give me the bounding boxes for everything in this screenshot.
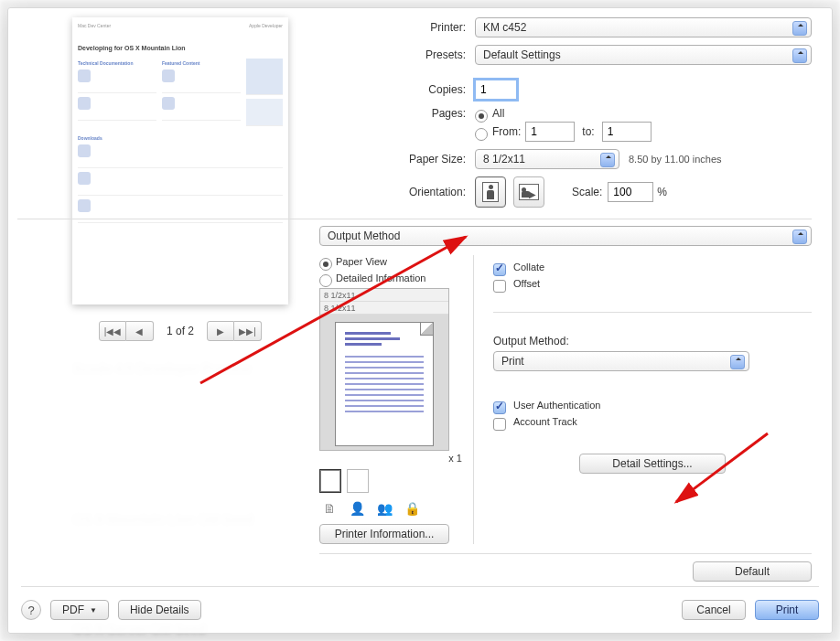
pager-first-button[interactable]: |◀◀ (99, 321, 126, 341)
output-method-sublabel: Output Method: (493, 335, 812, 347)
offset-checkbox[interactable] (493, 280, 506, 293)
default-button[interactable]: Default (693, 561, 812, 582)
copies-input[interactable] (475, 80, 517, 100)
presets-select[interactable]: Default Settings (475, 45, 812, 65)
pager-last-button[interactable]: ▶▶| (234, 321, 262, 341)
pages-to-label: to: (582, 125, 594, 138)
group-icon[interactable]: 👥 (374, 498, 394, 518)
account-track-label: Account Track (513, 416, 577, 427)
pages-to-input[interactable] (602, 122, 652, 142)
paper-view-size2: 8 1/2x11 (320, 302, 448, 315)
printer-label: Printer: (319, 21, 475, 34)
scale-input[interactable] (608, 182, 653, 202)
paper-view-label: Paper View (336, 256, 387, 267)
cancel-button[interactable]: Cancel (682, 600, 746, 620)
collate-checkbox[interactable] (493, 263, 506, 276)
paper-size-select[interactable]: 8 1/2x11 (475, 149, 619, 169)
detailed-info-radio[interactable] (319, 274, 332, 287)
hide-details-button[interactable]: Hide Details (118, 600, 201, 620)
preview-header-left: Mac Dev Center (78, 23, 111, 28)
paper-size-dimensions: 8.50 by 11.00 inches (629, 154, 722, 165)
print-dialog: Mac Dev Center Apple Developer Developin… (7, 7, 833, 634)
thumb-2[interactable] (347, 469, 369, 493)
paper-view-radio[interactable] (319, 258, 332, 271)
pager-prev-button[interactable]: ◀ (126, 321, 154, 341)
orientation-portrait-button[interactable] (475, 176, 506, 208)
preview-doc-title: Developing for OS X Mountain Lion (78, 45, 283, 51)
printer-select[interactable]: KM c452 (475, 17, 812, 37)
paper-view-count: x 1 (319, 451, 466, 464)
section-select[interactable]: Output Method (319, 226, 812, 246)
pages-from-input[interactable] (525, 122, 575, 142)
pager-next-button[interactable]: ▶ (207, 321, 234, 341)
paper-view-thumbnails (319, 469, 466, 493)
pager-page-indicator: 1 of 2 (159, 325, 201, 337)
pages-all-label: All (492, 107, 504, 120)
scale-percent: % (657, 186, 667, 198)
page-preview: Mac Dev Center Apple Developer Developin… (72, 17, 288, 304)
detailed-info-label: Detailed Information (336, 272, 425, 283)
print-button[interactable]: Print (755, 600, 819, 620)
pages-from-radio[interactable] (475, 128, 488, 141)
output-method-select[interactable]: Print (493, 351, 749, 371)
copies-label: Copies: (319, 83, 475, 96)
detail-settings-button[interactable]: Detail Settings... (579, 454, 726, 474)
printer-information-button[interactable]: Printer Information... (319, 524, 449, 544)
thumb-1[interactable] (319, 469, 341, 493)
pages-all-radio[interactable] (475, 110, 488, 123)
preview-pager: |◀◀ ◀ 1 of 2 ▶ ▶▶| (72, 321, 288, 341)
paper-size-label: Paper Size: (319, 153, 475, 166)
orientation-label: Orientation: (319, 186, 475, 198)
preview-header-right: Apple Developer (249, 23, 283, 28)
presets-label: Presets: (319, 48, 475, 61)
scale-label: Scale: (572, 186, 602, 198)
dialog-footer: ? PDF▼ Hide Details Cancel Print (21, 586, 819, 620)
user-auth-checkbox[interactable] (493, 401, 506, 414)
collate-label: Collate (513, 262, 544, 272)
pages-label: Pages: (319, 107, 475, 120)
help-button[interactable]: ? (21, 600, 41, 620)
output-method-panel: Collate Offset Output Method: Print Us (484, 255, 812, 544)
paper-view-size1: 8 1/2x11 (320, 289, 448, 302)
account-track-checkbox[interactable] (493, 418, 506, 431)
paper-view-sheet (320, 315, 448, 450)
settings-pane: Printer: KM c452 Presets: Default Settin… (319, 17, 812, 582)
lock-icon[interactable]: 🔒 (402, 498, 422, 518)
user-auth-label: User Authentication (513, 400, 600, 411)
offset-label: Offset (513, 278, 540, 289)
pages-from-label: From: (492, 125, 521, 138)
pdf-menu-button[interactable]: PDF▼ (50, 600, 109, 620)
user-icon[interactable]: 👤 (347, 498, 367, 518)
orientation-landscape-button[interactable]: ▶ (513, 176, 544, 208)
paper-view-panel: Paper View Detailed Information 8 1/2x11… (319, 255, 466, 544)
proof-icon[interactable]: 🗎 (319, 498, 339, 518)
